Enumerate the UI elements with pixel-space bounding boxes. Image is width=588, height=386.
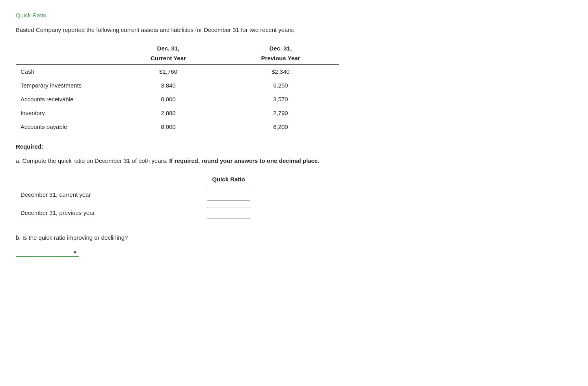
required-label: Required: — [16, 143, 339, 150]
col-previous-header-2: Previous Year — [222, 53, 339, 64]
part-a-prefix: a. — [16, 157, 21, 164]
part-a-bold-instruction: If required, round your answers to one d… — [169, 157, 319, 164]
table-row: Inventory 2,880 2,790 — [16, 106, 339, 120]
qr-previous-year-input-cell — [118, 204, 339, 222]
table-row: Accounts payable 8,000 6,200 — [16, 120, 339, 134]
quick-ratio-answer-table: Quick Ratio December 31, current year De… — [16, 174, 339, 222]
table-row: Accounts receivable 8,000 3,570 — [16, 92, 339, 106]
temp-investments-previous: 5,250 — [222, 78, 339, 92]
intro-text: Basted Company reported the following cu… — [16, 26, 339, 35]
part-b-text: b. Is the quick ratio improving or decli… — [16, 233, 339, 242]
item-accounts-payable: Accounts payable — [16, 120, 114, 134]
cash-current: $1,760 — [114, 64, 222, 78]
inventory-previous: 2,790 — [222, 106, 339, 120]
qr-previous-year-label: December 31, previous year — [16, 204, 118, 222]
part-b-prefix: b. — [16, 234, 21, 241]
improving-declining-dropdown[interactable]: Improving Declining — [16, 248, 79, 257]
accounts-payable-previous: 6,200 — [222, 120, 339, 134]
part-a-instruction-text: Compute the quick ratio on December 31 o… — [22, 157, 168, 164]
dropdown-wrapper: Improving Declining — [16, 248, 79, 257]
table-row: Temporary investments 3,840 5,250 — [16, 78, 339, 92]
qr-current-year-label: December 31, current year — [16, 186, 118, 204]
part-b-dropdown-container: Improving Declining — [16, 248, 339, 257]
qr-previous-year-row: December 31, previous year — [16, 204, 339, 222]
page-title: Quick Ratio — [16, 12, 339, 19]
qr-current-year-row: December 31, current year — [16, 186, 339, 204]
item-cash: Cash — [16, 64, 114, 78]
qr-col-header: Quick Ratio — [118, 174, 339, 186]
accounts-receivable-current: 8,000 — [114, 92, 222, 106]
col-current-header-1: Dec. 31, — [114, 43, 222, 53]
col-current-header-2: Current Year — [114, 53, 222, 64]
accounts-receivable-previous: 3,570 — [222, 92, 339, 106]
col-empty-sub — [16, 53, 114, 64]
table-row: Cash $1,760 $2,340 — [16, 64, 339, 78]
item-inventory: Inventory — [16, 106, 114, 120]
temp-investments-current: 3,840 — [114, 78, 222, 92]
data-table: Dec. 31, Dec. 31, Current Year Previous … — [16, 43, 339, 134]
col-previous-header-1: Dec. 31, — [222, 43, 339, 53]
accounts-payable-current: 8,000 — [114, 120, 222, 134]
part-a-text: a. Compute the quick ratio on December 3… — [16, 156, 339, 166]
cash-previous: $2,340 — [222, 64, 339, 78]
inventory-current: 2,880 — [114, 106, 222, 120]
col-empty-header — [16, 43, 114, 53]
current-year-answer-input[interactable] — [207, 189, 250, 201]
qr-current-year-input-cell — [118, 186, 339, 204]
item-accounts-receivable: Accounts receivable — [16, 92, 114, 106]
previous-year-answer-input[interactable] — [207, 207, 250, 219]
qr-col-empty — [16, 174, 118, 186]
item-temp-investments: Temporary investments — [16, 78, 114, 92]
